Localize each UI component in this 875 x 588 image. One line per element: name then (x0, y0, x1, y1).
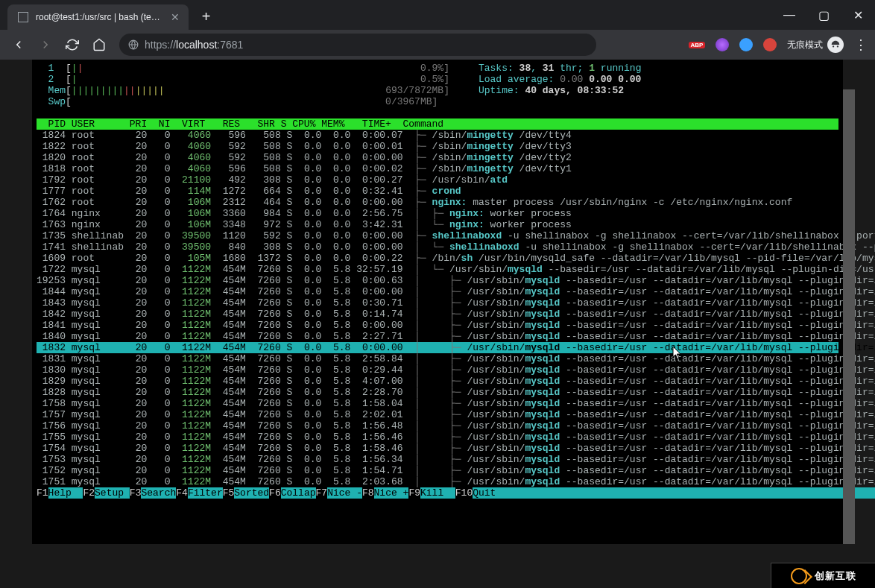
reload-button[interactable] (61, 34, 83, 56)
window-minimize-button[interactable]: — (772, 0, 806, 30)
watermark-badge: 创新互联 (771, 563, 875, 588)
fkey-label: Setup (95, 487, 130, 499)
tab-title: root@test1:/usr/src | bash (te… (36, 12, 160, 22)
process-row[interactable]: 1844 mysql 20 0 1122M 454M 7260 S 0.0 5.… (37, 286, 838, 297)
fkey-label: Filter (188, 487, 223, 499)
watermark-text: 创新互联 (815, 569, 856, 583)
browser-menu-button[interactable]: ⋮ (854, 37, 868, 53)
process-row[interactable]: 1820 root 20 0 4060 592 508 S 0.0 0.0 0:… (37, 152, 838, 163)
address-bar[interactable]: https://localhost:7681 (119, 34, 596, 56)
fkey-label: Sorted (234, 487, 269, 499)
fkey-F5[interactable]: F5 (223, 487, 235, 499)
process-row[interactable]: 1792 root 20 0 21100 492 308 S 0.0 0.0 0… (37, 174, 838, 186)
new-tab-button[interactable]: + (202, 8, 211, 25)
browser-tab[interactable]: root@test1:/usr/src | bash (te… ✕ (7, 4, 189, 30)
fkey-F3[interactable]: F3 (130, 487, 142, 499)
fkey-label: Help (48, 487, 83, 499)
window-maximize-button[interactable]: ▢ (806, 0, 841, 30)
fkey-F10[interactable]: F10 (455, 487, 473, 499)
fkey-label: Search (141, 487, 176, 499)
window-close-button[interactable]: ✕ (841, 0, 875, 30)
process-row[interactable]: 1830 mysql 20 0 1122M 454M 7260 S 0.0 5.… (37, 364, 838, 376)
process-row[interactable]: 1840 mysql 20 0 1122M 454M 7260 S 0.0 5.… (37, 331, 838, 342)
tab-close-icon[interactable]: ✕ (171, 11, 180, 23)
process-row[interactable]: 1756 mysql 20 0 1122M 454M 7260 S 0.0 5.… (37, 420, 838, 431)
htop-column-header[interactable]: PID USER PRI NI VIRT RES SHR S CPU% MEM%… (37, 118, 838, 130)
process-row[interactable]: 19253 mysql 20 0 1122M 454M 7260 S 0.0 5… (37, 275, 838, 286)
process-row[interactable]: 1824 root 20 0 4060 596 508 S 0.0 0.0 0:… (37, 130, 838, 141)
page-scrollbar[interactable] (843, 89, 855, 544)
process-row[interactable]: 1762 root 20 0 106M 2312 464 S 0.0 0.0 0… (37, 197, 838, 208)
back-button[interactable] (7, 34, 30, 56)
process-row[interactable]: 1722 mysql 20 0 1122M 454M 7260 S 0.0 5.… (37, 264, 838, 275)
watermark-logo-icon (791, 568, 807, 584)
process-row[interactable]: 1764 nginx 20 0 106M 3360 984 S 0.0 0.0 … (37, 208, 838, 219)
fkey-F9[interactable]: F9 (408, 487, 420, 499)
process-row[interactable]: 1822 root 20 0 4060 592 508 S 0.0 0.0 0:… (37, 141, 838, 152)
fkey-F2[interactable]: F2 (83, 487, 95, 499)
process-row[interactable]: 1763 nginx 20 0 106M 3348 972 S 0.0 0.0 … (37, 219, 838, 230)
process-row[interactable]: 1755 mysql 20 0 1122M 454M 7260 S 0.0 5.… (37, 431, 838, 443)
terminal-viewport[interactable]: 1 [|| 0.9%] Tasks: 38, 31 thr; 1 running… (32, 60, 843, 544)
process-row[interactable]: 1753 mysql 20 0 1122M 454M 7260 S 0.0 5.… (37, 454, 838, 465)
fkey-F6[interactable]: F6 (269, 487, 281, 499)
browser-toolbar: https://localhost:7681 ABP 无痕模式 ⋮ (0, 30, 875, 60)
fkey-F1[interactable]: F1 (37, 487, 48, 499)
process-row[interactable]: 1842 mysql 20 0 1122M 454M 7260 S 0.0 5.… (37, 309, 838, 320)
home-button[interactable] (88, 34, 110, 56)
process-row[interactable]: 1757 mysql 20 0 1122M 454M 7260 S 0.0 5.… (37, 409, 838, 420)
fkey-label: Nice - (327, 487, 362, 499)
forward-button[interactable] (34, 34, 57, 56)
process-row[interactable]: 1843 mysql 20 0 1122M 454M 7260 S 0.0 5.… (37, 297, 838, 309)
fkey-label: Collap (281, 487, 316, 499)
process-row[interactable]: 1829 mysql 20 0 1122M 454M 7260 S 0.0 5.… (37, 376, 838, 387)
incognito-label: 无痕模式 (787, 39, 823, 51)
process-row[interactable]: 1735 shellinab 20 0 39500 1120 592 S 0.0… (37, 230, 838, 241)
abp-extension-icon[interactable]: ABP (689, 42, 705, 48)
fkey-F8[interactable]: F8 (362, 487, 374, 499)
fkey-label: Kill (420, 487, 455, 499)
process-row[interactable]: 1609 root 20 0 105M 1680 1372 S 0.0 0.0 … (37, 253, 838, 264)
incognito-indicator: 无痕模式 (787, 37, 844, 53)
fkey-F4[interactable]: F4 (176, 487, 188, 499)
process-row[interactable]: 1832 mysql 20 0 1122M 454M 7260 S 0.0 5.… (37, 342, 838, 353)
fkey-label: Quit (473, 487, 508, 499)
process-row[interactable]: 1841 mysql 20 0 1122M 454M 7260 S 0.0 5.… (37, 320, 838, 331)
process-row[interactable]: 1741 shellinab 20 0 39500 840 308 S 0.0 … (37, 241, 838, 253)
process-row[interactable]: 1777 root 20 0 114M 1272 664 S 0.0 0.0 0… (37, 186, 838, 197)
tab-favicon (18, 12, 28, 22)
process-row[interactable]: 1751 mysql 20 0 1122M 454M 7260 S 0.0 5.… (37, 476, 838, 487)
process-row[interactable]: 1758 mysql 20 0 1122M 454M 7260 S 0.0 5.… (37, 398, 838, 409)
process-row[interactable]: 1752 mysql 20 0 1122M 454M 7260 S 0.0 5.… (37, 465, 838, 476)
process-row[interactable]: 1828 mysql 20 0 1122M 454M 7260 S 0.0 5.… (37, 387, 838, 398)
process-row[interactable]: 1754 mysql 20 0 1122M 454M 7260 S 0.0 5.… (37, 443, 838, 454)
process-row[interactable]: 1831 mysql 20 0 1122M 454M 7260 S 0.0 5.… (37, 353, 838, 364)
browser-titlebar: root@test1:/usr/src | bash (te… ✕ + — ▢ … (0, 0, 875, 30)
globe-icon (128, 39, 139, 50)
extension-icon-2[interactable] (716, 38, 729, 51)
url-text: https://localhost:7681 (145, 39, 243, 51)
process-row[interactable]: 1818 root 20 0 4060 596 508 S 0.0 0.0 0:… (37, 163, 838, 174)
fkey-F7[interactable]: F7 (316, 487, 328, 499)
extension-icon-3[interactable] (739, 38, 753, 51)
scrollbar-thumb[interactable] (843, 89, 855, 544)
fkey-label: Nice + (374, 487, 409, 499)
incognito-icon (827, 37, 844, 53)
extension-icon-4[interactable] (763, 38, 777, 51)
